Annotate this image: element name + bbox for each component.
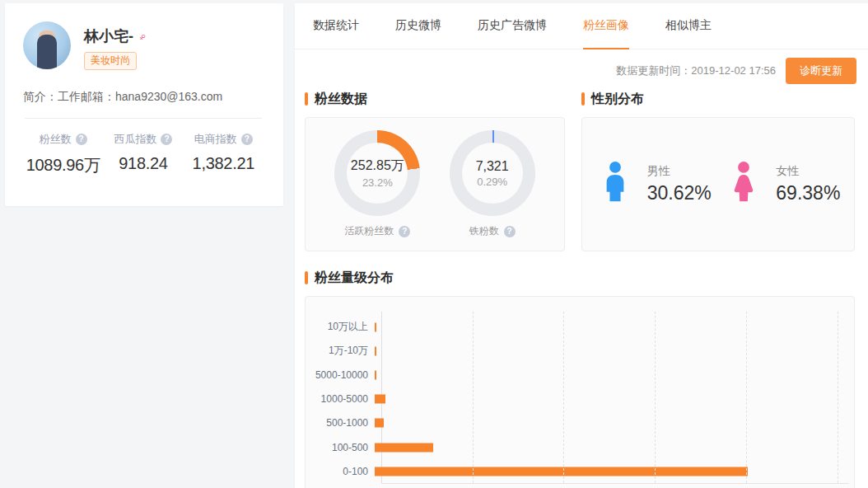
donut-label: 活跃粉丝数 <box>344 224 394 238</box>
male-icon <box>596 161 634 209</box>
chart-row: 1000-5000 <box>306 387 841 411</box>
section-marker <box>305 271 308 284</box>
chart-gridline <box>655 312 656 483</box>
divider <box>25 118 262 119</box>
chart-category-label: 500-1000 <box>306 417 375 429</box>
chart-bar <box>375 443 433 452</box>
profile-stats: 粉丝数?1089.96万西瓜指数?918.24电商指数?1,382.21 <box>23 132 264 176</box>
chart-gridline <box>563 312 564 483</box>
gender-card: 男性30.62% 女性69.38% <box>581 117 855 251</box>
section-marker <box>581 92 585 106</box>
donut-chart: 252.85万23.2%活跃粉丝数? <box>334 130 420 238</box>
profile-intro: 简介：工作邮箱：hana9230@163.com <box>23 90 264 105</box>
chart-category-label: 5000-10000 <box>306 369 375 381</box>
chart-bar <box>375 346 376 355</box>
fan-level-section: 粉丝量级分布 10万以上1万-10万5000-100001000-5000500… <box>295 270 868 488</box>
donut-value: 252.85万 <box>351 157 404 175</box>
question-icon[interactable]: ? <box>504 226 516 237</box>
stat-value: 1089.96万 <box>23 154 103 176</box>
female-gender-icon: ♀ <box>135 28 152 45</box>
gender-label: 男性 <box>647 164 712 179</box>
gender-section: 性别分布 男性30.62% 女性69.38% <box>581 91 855 251</box>
chart-category-label: 1000-5000 <box>306 393 375 405</box>
update-bar: 数据更新时间：2019-12-02 17:56 诊断更新 <box>295 59 868 82</box>
chart-gridline <box>473 312 474 483</box>
chart-bar <box>375 467 748 476</box>
update-time-label: 数据更新时间：2019-12-02 17:56 <box>616 63 776 78</box>
stat-value: 1,382.21 <box>184 154 264 173</box>
tab[interactable]: 数据统计 <box>313 3 359 49</box>
chart-row: 1万-10万 <box>306 339 841 363</box>
tab[interactable]: 历史广告微博 <box>478 3 547 49</box>
profile-stat: 西瓜指数?918.24 <box>103 132 183 176</box>
gender-item: 女性69.38% <box>725 161 840 209</box>
stat-label: 粉丝数 <box>40 132 72 147</box>
chart-category-label: 10万以上 <box>306 320 375 334</box>
donut-label: 铁粉数 <box>469 224 499 238</box>
gender-label: 女性 <box>776 164 840 179</box>
chart-row: 5000-10000 <box>306 363 841 387</box>
tab-bar: 数据统计历史微博历史广告微博粉丝画像相似博主 <box>295 3 868 49</box>
avatar <box>23 21 71 69</box>
gender-item: 男性30.62% <box>596 161 712 209</box>
chart-row: 0-100 <box>306 459 841 483</box>
gender-percent: 30.62% <box>647 182 712 204</box>
question-icon[interactable]: ? <box>241 134 253 145</box>
chart-row: 100-500 <box>306 435 841 459</box>
chart-bar <box>375 370 376 379</box>
tab[interactable]: 历史微博 <box>395 3 441 49</box>
fan-analytics-page: { "accent": "#f7832c", "profile": { "nam… <box>0 0 868 488</box>
fan-level-title: 粉丝量级分布 <box>315 270 394 287</box>
question-icon[interactable]: ? <box>76 134 87 145</box>
donut-percent: 0.29% <box>477 176 507 188</box>
donut-chart: 7,3210.29%铁粉数? <box>450 130 535 238</box>
donut-percent: 23.2% <box>362 176 393 189</box>
fan-level-chart: 10万以上1万-10万5000-100001000-5000500-100010… <box>305 296 855 488</box>
stat-value: 918.24 <box>103 154 183 173</box>
fan-data-card: 252.85万23.2%活跃粉丝数?7,3210.29%铁粉数? <box>305 117 565 251</box>
profile-name: 林小宅- <box>84 26 133 46</box>
profile-stat: 电商指数?1,382.21 <box>184 132 264 176</box>
chart-row: 10万以上 <box>306 315 841 339</box>
tab[interactable]: 相似博主 <box>665 3 712 49</box>
chart-gridline <box>838 312 838 483</box>
donut-value: 7,321 <box>476 159 509 174</box>
section-marker <box>305 92 308 106</box>
stat-label: 电商指数 <box>194 132 237 147</box>
chart-bar <box>375 322 376 331</box>
chart-category-label: 1万-10万 <box>306 344 375 358</box>
profile-card: 林小宅- ♀ 美妆时尚 简介：工作邮箱：hana9230@163.com 粉丝数… <box>5 3 283 206</box>
main-panel: 数据统计历史微博历史广告微博粉丝画像相似博主 数据更新时间：2019-12-02… <box>295 3 868 488</box>
female-icon <box>725 161 763 209</box>
profile-stat: 粉丝数?1089.96万 <box>23 132 103 176</box>
question-icon[interactable]: ? <box>161 134 172 145</box>
fan-data-section: 粉丝数据 252.85万23.2%活跃粉丝数?7,3210.29%铁粉数? <box>305 91 565 251</box>
chart-bar <box>375 395 385 404</box>
question-icon[interactable]: ? <box>399 226 410 237</box>
chart-rows: 10万以上1万-10万5000-100001000-5000500-100010… <box>306 315 841 483</box>
tab[interactable]: 粉丝画像 <box>583 3 629 49</box>
chart-gridline <box>746 312 747 483</box>
stat-label: 西瓜指数 <box>114 132 156 147</box>
fan-data-title: 粉丝数据 <box>315 91 367 108</box>
category-badge: 美妆时尚 <box>84 52 137 70</box>
gender-title: 性别分布 <box>591 91 644 108</box>
chart-category-label: 0-100 <box>306 466 375 477</box>
chart-category-label: 100-500 <box>306 442 375 453</box>
chart-row: 500-1000 <box>306 411 841 435</box>
diagnose-update-button[interactable]: 诊断更新 <box>786 58 856 84</box>
chart-bar <box>375 419 384 428</box>
gender-percent: 69.38% <box>776 182 840 204</box>
